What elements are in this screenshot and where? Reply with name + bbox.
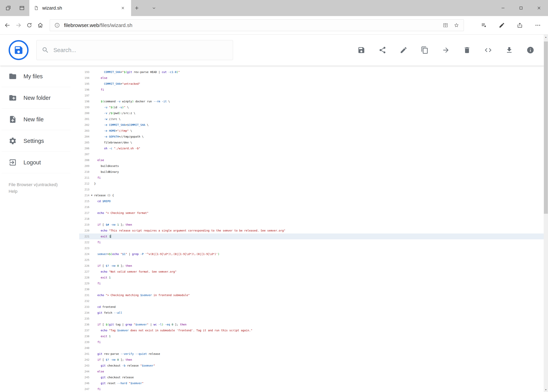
- line-number[interactable]: 193: [79, 69, 90, 75]
- code-line[interactable]: 230: [79, 286, 544, 292]
- scrollbar-down-arrow[interactable]: ▼: [544, 387, 548, 392]
- window-minimize-button[interactable]: [494, 0, 512, 16]
- tab[interactable]: wizard.sh: [29, 0, 131, 16]
- code-line[interactable]: 193 COMMIT_SHA="$(git rev-parse HEAD | c…: [79, 69, 544, 75]
- new-tab-button[interactable]: [131, 0, 142, 16]
- share-icon[interactable]: [377, 44, 388, 56]
- line-number[interactable]: 204: [79, 134, 90, 140]
- line-number[interactable]: 207: [79, 151, 90, 157]
- line-number[interactable]: 226: [79, 263, 90, 269]
- line-number[interactable]: 229: [79, 280, 90, 286]
- reading-view-icon[interactable]: [441, 21, 450, 29]
- code-line[interactable]: 247 fi: [79, 386, 544, 392]
- code-line[interactable]: 215 cd $REPO: [79, 198, 544, 204]
- raw-code-icon[interactable]: [482, 44, 494, 56]
- back-icon[interactable]: [2, 18, 13, 32]
- scrollbar-up-arrow[interactable]: ▲: [544, 35, 548, 39]
- refresh-icon[interactable]: [24, 18, 35, 32]
- set-tabs-aside-icon[interactable]: [3, 3, 14, 14]
- line-number[interactable]: 240: [79, 345, 90, 351]
- code-line[interactable]: 216: [79, 204, 544, 210]
- line-number[interactable]: 245: [79, 374, 90, 380]
- line-number[interactable]: 231: [79, 292, 90, 298]
- line-number[interactable]: 194: [79, 75, 90, 81]
- line-number[interactable]: 225: [79, 257, 90, 263]
- code-line[interactable]: 229 fi: [79, 280, 544, 286]
- line-number[interactable]: 227: [79, 269, 90, 275]
- tabs-set-aside-icon[interactable]: [16, 3, 28, 14]
- line-number[interactable]: 218: [79, 216, 90, 222]
- code-line[interactable]: 234 git fetch --all: [79, 310, 544, 316]
- code-line[interactable]: 244 else: [79, 369, 544, 374]
- code-line[interactable]: 243 git checkout -b release "$semver": [79, 363, 544, 369]
- code-line[interactable]: 206 sh -c "./wizard.sh -b": [79, 145, 544, 151]
- line-number[interactable]: 235: [79, 316, 90, 322]
- code-line[interactable]: 217 echo "> Checking semver format": [79, 210, 544, 216]
- code-line[interactable]: 198 $(command -v winpty) docker run --rm…: [79, 98, 544, 104]
- line-number[interactable]: 239: [79, 339, 90, 345]
- code-line[interactable]: 208 else: [79, 157, 544, 163]
- code-line[interactable]: 205 filebrowser/dev \: [79, 140, 544, 145]
- code-editor[interactable]: 193 COMMIT_SHA="$(git rev-parse HEAD | c…: [79, 66, 544, 392]
- code-line[interactable]: 213: [79, 187, 544, 192]
- line-number[interactable]: 247: [79, 386, 90, 392]
- share-page-icon[interactable]: [513, 18, 526, 32]
- line-number[interactable]: 200: [79, 110, 90, 116]
- move-icon[interactable]: [440, 44, 452, 56]
- line-number[interactable]: 215: [79, 198, 90, 204]
- code-line[interactable]: 211 fi: [79, 175, 544, 181]
- line-number[interactable]: 213: [79, 187, 90, 192]
- code-line[interactable]: 199 -u "$(id -u)" \: [79, 104, 544, 110]
- line-number[interactable]: 214: [79, 192, 90, 198]
- code-line[interactable]: 201 -w //src \: [79, 116, 544, 122]
- code-line[interactable]: 203 -e HOME="//tmp" \: [79, 128, 544, 134]
- code-line[interactable]: 235: [79, 316, 544, 322]
- line-number[interactable]: 211: [79, 175, 90, 181]
- code-line[interactable]: 232: [79, 298, 544, 304]
- tab-preview-chevron-icon[interactable]: [148, 0, 160, 16]
- code-line[interactable]: 221 exit 1: [79, 233, 544, 239]
- line-number[interactable]: 219: [79, 222, 90, 228]
- code-line[interactable]: 207: [79, 151, 544, 157]
- code-line[interactable]: 223: [79, 245, 544, 251]
- favorite-star-icon[interactable]: [452, 21, 461, 29]
- code-line[interactable]: 212}: [79, 181, 544, 187]
- line-number[interactable]: 197: [79, 93, 90, 98]
- copy-icon[interactable]: [419, 44, 431, 56]
- page-scrollbar[interactable]: ▲ ▼: [544, 35, 548, 392]
- line-number[interactable]: 244: [79, 369, 90, 374]
- code-line[interactable]: 228 exit 1: [79, 275, 544, 280]
- ink-pen-icon[interactable]: [496, 18, 508, 32]
- code-line[interactable]: 225: [79, 257, 544, 263]
- line-number[interactable]: 196: [79, 87, 90, 93]
- code-line[interactable]: 240: [79, 345, 544, 351]
- line-number[interactable]: 206: [79, 145, 90, 151]
- code-line[interactable]: 220 echo "This release script requires a…: [79, 228, 544, 233]
- line-number[interactable]: 243: [79, 363, 90, 369]
- search-input[interactable]: [53, 47, 228, 53]
- window-maximize-button[interactable]: [512, 0, 530, 16]
- line-number[interactable]: 234: [79, 310, 90, 316]
- line-number[interactable]: 212: [79, 181, 90, 187]
- scrollbar-thumb[interactable]: [544, 42, 548, 214]
- code-line[interactable]: 236 if [ $(git tag | grep "$semver" | wc…: [79, 322, 544, 327]
- sidebar-item-new-folder[interactable]: New folder: [0, 87, 79, 109]
- window-close-button[interactable]: [530, 0, 548, 16]
- filebrowser-logo[interactable]: [9, 40, 28, 60]
- line-number[interactable]: 198: [79, 98, 90, 104]
- line-number[interactable]: 230: [79, 286, 90, 292]
- line-number[interactable]: 216: [79, 204, 90, 210]
- download-icon[interactable]: [503, 44, 515, 56]
- code-line[interactable]: 194 else: [79, 75, 544, 81]
- sidebar-item-new-file[interactable]: New file: [0, 109, 79, 130]
- line-number[interactable]: 232: [79, 298, 90, 304]
- code-line[interactable]: 237 echo "Tag $semver does not exist in …: [79, 327, 544, 333]
- line-number[interactable]: 220: [79, 228, 90, 233]
- code-line[interactable]: 218: [79, 216, 544, 222]
- sidebar-item-settings[interactable]: Settings: [0, 130, 79, 152]
- code-line[interactable]: 226 if [ $? -ne 0 ]; then: [79, 263, 544, 269]
- line-number[interactable]: 205: [79, 140, 90, 145]
- code-line[interactable]: 233 cd frontend: [79, 304, 544, 310]
- line-number[interactable]: 201: [79, 116, 90, 122]
- code-line[interactable]: 195 COMMIT_SHA="untracked": [79, 81, 544, 87]
